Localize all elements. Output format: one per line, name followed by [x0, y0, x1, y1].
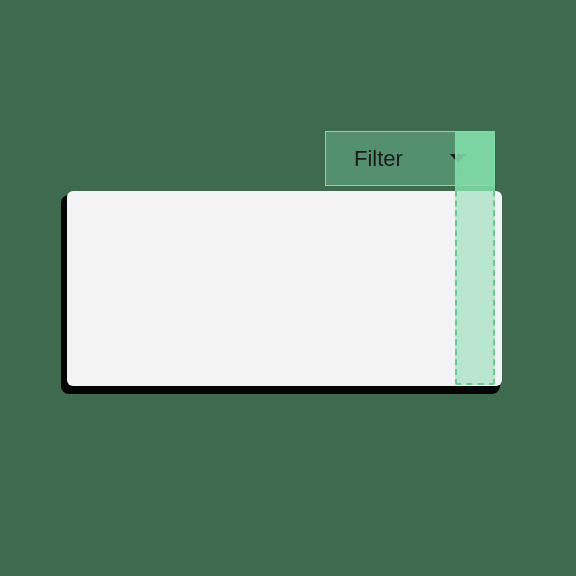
filter-label: Filter: [354, 146, 450, 172]
filter-dropdown-button[interactable]: Filter: [325, 131, 495, 186]
content-card: [67, 191, 502, 386]
caret-down-icon: [450, 154, 466, 163]
